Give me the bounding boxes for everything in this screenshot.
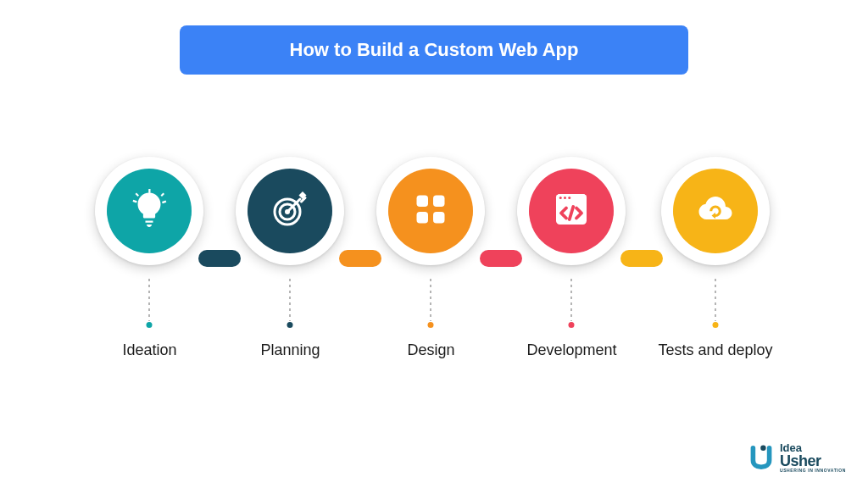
step-planning: Planning: [236, 157, 344, 359]
code-window-icon: [551, 189, 592, 233]
step-circle: [236, 157, 344, 265]
svg-point-9: [559, 197, 562, 199]
step-label: Ideation: [122, 341, 176, 359]
step-ideation: Ideation: [95, 157, 203, 359]
connector-bar: [339, 250, 381, 267]
connector-bar: [480, 250, 522, 267]
step-circle: [95, 157, 203, 265]
svg-point-11: [569, 197, 571, 199]
svg-point-12: [760, 446, 765, 451]
brand-name-part2: Usher: [780, 453, 846, 469]
step-circle: [661, 157, 770, 265]
step-circle: [376, 157, 485, 265]
grid-icon: [410, 189, 451, 233]
svg-point-10: [564, 197, 566, 199]
steps-row: Ideation Planning Design: [0, 157, 868, 359]
step-circle-inner: [248, 169, 332, 253]
connector-bar: [620, 250, 663, 267]
brand-tagline: USHERING IN INNOVATION: [780, 469, 846, 473]
step-circle: [517, 157, 626, 265]
connector-dotted: [148, 279, 150, 321]
step-circle-inner: [388, 169, 473, 253]
svg-rect-3: [417, 196, 429, 208]
step-design: Design: [376, 157, 485, 359]
svg-rect-4: [433, 196, 445, 208]
svg-rect-6: [433, 212, 445, 224]
step-label: Development: [526, 341, 616, 359]
brand-mark-icon: [748, 444, 775, 471]
step-circle-inner: [529, 169, 614, 253]
connector-dotted: [289, 279, 291, 321]
connector-bar: [198, 250, 241, 267]
connector-dotted: [570, 279, 572, 321]
step-label: Tests and deploy: [658, 341, 772, 359]
step-circle-inner: [673, 169, 758, 253]
step-development: Development: [517, 157, 626, 359]
page-title: How to Build a Custom Web App: [290, 39, 579, 61]
svg-rect-5: [417, 212, 429, 224]
step-label: Planning: [260, 341, 320, 359]
step-circle-inner: [107, 169, 192, 253]
step-label: Design: [407, 341, 454, 359]
brand-text: Idea Usher USHERING IN INNOVATION: [780, 442, 846, 473]
target-icon: [270, 189, 310, 233]
title-banner: How to Build a Custom Web App: [180, 25, 688, 75]
brand-logo: Idea Usher USHERING IN INNOVATION: [748, 442, 846, 473]
cloud-sync-icon: [695, 189, 736, 233]
step-tests-deploy: Tests and deploy: [658, 157, 772, 359]
connector-dotted: [430, 279, 431, 321]
connector-dotted: [715, 279, 716, 321]
lightbulb-icon: [129, 189, 170, 233]
